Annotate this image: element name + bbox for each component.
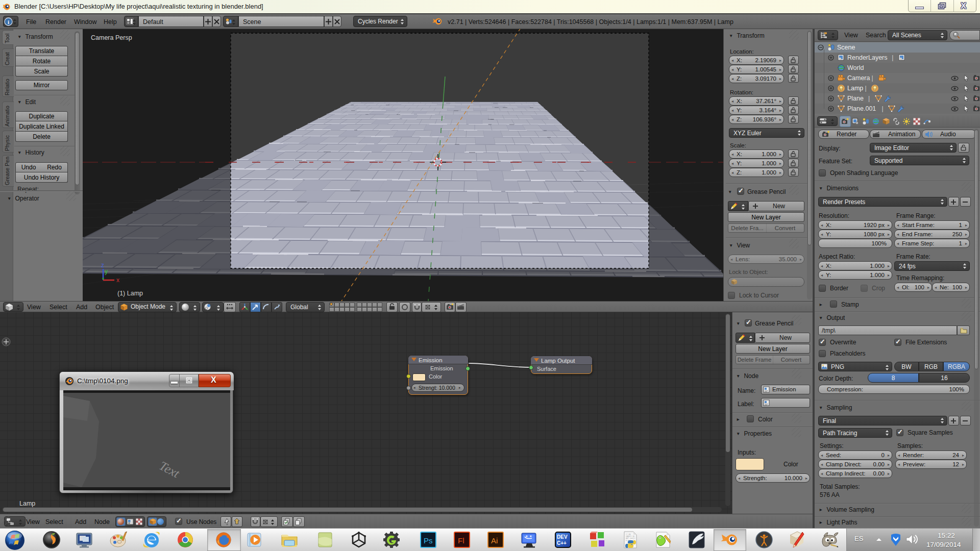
svg-text:Fl: Fl	[458, 536, 464, 545]
svg-text:DEV: DEV	[557, 534, 568, 540]
svg-text:y: y	[105, 268, 108, 275]
svg-text:x: x	[116, 277, 119, 284]
svg-text:z: z	[101, 262, 104, 269]
svg-text:Ps: Ps	[424, 536, 433, 545]
svg-text:Text: Text	[157, 459, 183, 481]
svg-text:(1) Lamp: (1) Lamp	[117, 290, 143, 297]
svg-text:i: i	[8, 19, 9, 25]
svg-text:Ai: Ai	[491, 536, 498, 545]
svg-text:Camera Persp: Camera Persp	[91, 34, 132, 41]
svg-text:C++: C++	[557, 540, 567, 546]
